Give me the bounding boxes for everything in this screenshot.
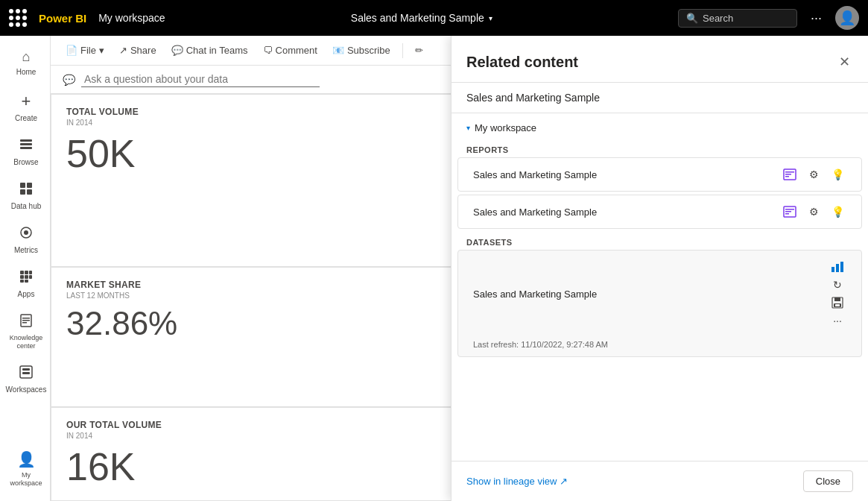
- myworkspace-icon: 👤: [17, 450, 36, 468]
- tile-our-total-volume: Our Total Volume IN 2014 16K: [51, 407, 460, 501]
- share-icon: ↗: [119, 45, 127, 56]
- chat-button[interactable]: 💬 Chat in Teams: [165, 42, 254, 59]
- svg-rect-23: [22, 372, 30, 374]
- dataset-analytics-icon[interactable]: [829, 258, 846, 276]
- datasets-section-label: DATASETS: [452, 232, 868, 250]
- panel-title: Related content: [466, 54, 578, 71]
- toolbar-divider: [402, 43, 403, 58]
- report-name-1: Sales and Marketing Sample: [473, 169, 781, 180]
- comment-icon: 🗨: [263, 45, 273, 56]
- create-icon: +: [22, 92, 31, 111]
- file-button[interactable]: 📄 File ▾: [60, 42, 110, 59]
- workspace-chevron-icon: ▾: [466, 124, 470, 132]
- svg-rect-1: [20, 143, 32, 145]
- refresh-icon[interactable]: ↻: [829, 276, 846, 294]
- svg-rect-13: [25, 275, 28, 279]
- subscribe-button[interactable]: 📧 Subscribe: [326, 42, 396, 59]
- close-footer-button[interactable]: Close: [803, 470, 853, 492]
- panel-close-button[interactable]: ✕: [836, 51, 853, 73]
- report-open-icon-2[interactable]: [781, 203, 799, 221]
- more-toolbar-button[interactable]: ✏: [409, 42, 429, 59]
- sidebar-item-knowledge[interactable]: Knowledgecenter: [0, 306, 50, 358]
- impact-icon-1[interactable]: 💡: [829, 166, 846, 183]
- panel-body: ▾ My workspace REPORTS Sales and Marketi…: [452, 113, 868, 461]
- svg-rect-50: [785, 213, 789, 215]
- panel-subtitle: Sales and Marketing Sample: [452, 83, 868, 113]
- report-actions-1: ⚙ 💡: [781, 166, 846, 183]
- more-options-icon[interactable]: ···: [806, 10, 826, 26]
- dataset-row-1: Sales and Marketing Sample ↻: [458, 250, 861, 337]
- settings-icon-1[interactable]: ⚙: [805, 166, 823, 183]
- sidebar-item-browse[interactable]: Browse: [0, 130, 50, 174]
- sidebar-item-datahub[interactable]: Data hub: [0, 174, 50, 218]
- file-icon: 📄: [66, 45, 77, 56]
- tile-value: 32.86%: [66, 306, 444, 341]
- tile-subtitle: IN 2014: [66, 432, 444, 440]
- content-area: 📄 File ▾ ↗ Share 💬 Chat in Teams 🗨 Comme…: [51, 36, 868, 501]
- related-content-panel: Related content ✕ Sales and Marketing Sa…: [451, 36, 868, 501]
- report-title[interactable]: Sales and Marketing Sample ▾: [174, 12, 669, 24]
- impact-icon-2[interactable]: 💡: [829, 203, 846, 221]
- svg-rect-49: [785, 211, 791, 212]
- datahub-icon: [19, 182, 33, 199]
- home-icon: ⌂: [22, 49, 31, 65]
- svg-rect-4: [27, 183, 32, 188]
- metrics-icon: [19, 226, 33, 243]
- svg-rect-20: [22, 322, 27, 324]
- apps-icon: [19, 270, 33, 287]
- report-open-icon-1[interactable]: [781, 166, 799, 183]
- qa-icon: 💬: [63, 74, 75, 86]
- sidebar-label-apps: Apps: [18, 290, 35, 299]
- dataset-save-icon[interactable]: [829, 294, 846, 312]
- sidebar-item-myworkspace[interactable]: 👤 Myworkspace: [0, 443, 50, 495]
- sidebar-label-metrics: Metrics: [14, 246, 38, 255]
- search-box[interactable]: 🔍 Search: [678, 9, 797, 28]
- sidebar-item-create[interactable]: + Create: [0, 84, 50, 130]
- tile-title: Market Share: [66, 280, 444, 290]
- comment-button[interactable]: 🗨 Comment: [257, 42, 323, 59]
- report-actions-2: ⚙ 💡: [781, 203, 846, 221]
- settings-icon-2[interactable]: ⚙: [805, 203, 823, 221]
- apps-launcher-icon[interactable]: [9, 9, 27, 27]
- svg-rect-9: [20, 271, 24, 274]
- svg-rect-45: [785, 174, 791, 175]
- panel-header: Related content ✕: [452, 36, 868, 83]
- share-button[interactable]: ↗ Share: [113, 42, 162, 59]
- tile-title: Total Volume: [66, 107, 444, 117]
- svg-rect-14: [29, 275, 32, 279]
- sidebar-label-workspaces: Workspaces: [6, 385, 47, 394]
- file-chevron-icon: ▾: [99, 45, 104, 56]
- lineage-link[interactable]: Show in lineage view ↗: [466, 476, 568, 487]
- dataset-more-icon[interactable]: ···: [829, 312, 846, 330]
- report-item-2[interactable]: Sales and Marketing Sample ⚙ 💡: [457, 195, 862, 229]
- search-placeholder: Search: [703, 13, 733, 24]
- tile-value: 50K: [66, 133, 444, 175]
- workspace-label: My workspace: [98, 12, 165, 24]
- tile-value: 16K: [66, 446, 444, 488]
- svg-rect-52: [836, 264, 839, 272]
- sidebar-item-home[interactable]: ⌂ Home: [0, 42, 50, 84]
- sidebar-label-home: Home: [16, 68, 37, 77]
- svg-rect-2: [20, 147, 32, 149]
- dataset-actions-1: ↻ ···: [829, 258, 846, 330]
- svg-rect-55: [834, 297, 840, 301]
- report-item-1[interactable]: Sales and Marketing Sample ⚙ 💡: [457, 157, 862, 192]
- sidebar-label-myworkspace: Myworkspace: [10, 471, 42, 488]
- svg-rect-15: [20, 280, 24, 283]
- tile-subtitle: IN 2014: [66, 119, 444, 127]
- avatar[interactable]: 👤: [835, 6, 859, 30]
- svg-rect-12: [20, 275, 24, 279]
- report-name-2: Sales and Marketing Sample: [473, 207, 781, 218]
- svg-rect-53: [840, 262, 843, 272]
- workspace-section-header[interactable]: ▾ My workspace: [452, 113, 868, 139]
- sidebar-item-workspaces[interactable]: Workspaces: [0, 358, 50, 402]
- external-link-icon: ↗: [560, 476, 568, 487]
- title-chevron-icon: ▾: [489, 14, 492, 22]
- sidebar-item-apps[interactable]: Apps: [0, 262, 50, 306]
- svg-rect-51: [831, 267, 834, 272]
- workspaces-icon: [19, 365, 33, 382]
- sidebar-item-metrics[interactable]: Metrics: [0, 218, 50, 262]
- sidebar: ⌂ Home + Create Browse: [0, 36, 51, 501]
- workspace-label: My workspace: [475, 122, 536, 133]
- qa-input[interactable]: [81, 72, 320, 87]
